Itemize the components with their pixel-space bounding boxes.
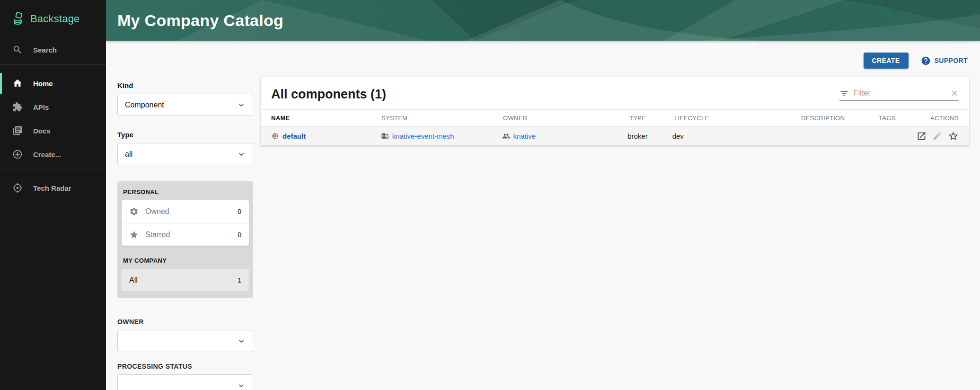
sidebar-item-create[interactable]: Create...: [0, 142, 106, 166]
processing-status-select[interactable]: [117, 374, 253, 390]
backstage-logo-text: Backstage: [30, 13, 80, 25]
owned-filter-label: Owned: [145, 207, 169, 216]
edit-pencil-icon: [932, 131, 942, 141]
all-filter-label: All: [129, 276, 138, 284]
chevron-down-icon: [237, 150, 246, 159]
help-icon: [921, 56, 931, 66]
backstage-logo-icon: [11, 12, 26, 26]
owner-cell: knative: [502, 132, 628, 140]
owned-count: 0: [238, 208, 241, 215]
filters-panel: Kind Component Type all PERSONAL Owned: [117, 81, 253, 390]
sidebar-divider: [0, 64, 106, 65]
sidebar-item-tech-radar[interactable]: Tech Radar: [0, 176, 106, 200]
table-filter-input[interactable]: [854, 89, 950, 98]
personal-section-title: PERSONAL: [122, 187, 249, 200]
type-label: Type: [117, 131, 253, 139]
puzzle-icon: [12, 102, 23, 112]
sidebar-item-home[interactable]: Home: [0, 71, 106, 95]
kind-select[interactable]: Component: [117, 94, 253, 116]
filter-list-icon: [839, 89, 849, 98]
chevron-down-icon: [237, 381, 246, 390]
sidebar-item-apis[interactable]: APIs: [0, 95, 106, 119]
personal-options: Owned 0 Starred 0: [122, 200, 249, 246]
sidebar-item-label: Home: [33, 80, 53, 88]
home-icon: [12, 78, 23, 89]
owner-select[interactable]: [117, 330, 253, 352]
components-table-card: All components (1) NAME SYSTEM OWNER TYP…: [261, 77, 969, 146]
kind-select-value: Component: [125, 101, 164, 109]
chevron-down-icon: [237, 337, 246, 346]
table-header-bar: All components (1): [261, 77, 969, 109]
type-select-value: all: [125, 150, 132, 159]
group-icon: [502, 132, 510, 140]
starred-filter-label: Starred: [145, 230, 170, 239]
backstage-logo[interactable]: Backstage: [0, 0, 106, 38]
column-header-tags[interactable]: TAGS: [879, 115, 920, 122]
company-section-title: MY COMPANY: [122, 256, 249, 269]
column-header-name[interactable]: NAME: [261, 115, 381, 122]
add-circle-icon: [12, 149, 23, 160]
column-header-actions: ACTIONS: [920, 115, 969, 122]
table-filter: [839, 89, 959, 101]
page-header: My Company Catalog: [106, 0, 980, 41]
support-button[interactable]: SUPPORT: [921, 56, 968, 66]
system-cell: knative-event-mesh: [381, 132, 502, 140]
sidebar-item-label: Create...: [33, 151, 61, 159]
docs-icon: [12, 125, 23, 136]
radar-target-icon: [12, 183, 23, 193]
column-header-description[interactable]: DESCRIPTION: [801, 115, 879, 122]
all-count: 1: [238, 276, 241, 284]
open-in-new-icon[interactable]: [917, 131, 927, 141]
table-title: All components (1): [271, 87, 386, 102]
lifecycle-cell: dev: [672, 132, 799, 140]
table-row: default knative-event-mesh knative broke…: [261, 127, 969, 146]
sidebar-item-search[interactable]: Search: [0, 38, 106, 62]
ownership-filter-card: PERSONAL Owned 0 Starred 0 MY COMP: [117, 181, 253, 298]
owner-link[interactable]: knative: [513, 132, 536, 140]
page-title: My Company Catalog: [106, 11, 283, 30]
column-header-owner[interactable]: OWNER: [503, 115, 629, 122]
type-select[interactable]: all: [117, 143, 253, 165]
column-header-system[interactable]: SYSTEM: [381, 115, 503, 122]
starred-count: 0: [238, 231, 241, 239]
column-header-lifecycle[interactable]: LIFECYCLE: [674, 115, 801, 122]
component-chip-icon: [271, 132, 279, 140]
star-icon: [129, 230, 139, 239]
name-cell: default: [261, 132, 381, 140]
building-icon: [381, 132, 389, 140]
kind-label: Kind: [117, 81, 253, 89]
sidebar: Backstage Search Home APIs Docs Create..…: [0, 0, 106, 390]
page-actions: CREATE SUPPORT: [864, 53, 968, 69]
sidebar-divider: [0, 169, 106, 169]
sidebar-item-label: Tech Radar: [33, 184, 71, 192]
sidebar-item-label: Search: [33, 46, 57, 54]
column-header-type[interactable]: TYPE: [629, 115, 674, 122]
sidebar-item-label: Docs: [33, 127, 51, 135]
starred-filter-option[interactable]: Starred 0: [122, 223, 249, 246]
all-filter-option[interactable]: All 1: [122, 269, 249, 291]
owner-filter-label: OWNER: [117, 318, 253, 326]
create-button[interactable]: CREATE: [864, 53, 909, 69]
table-column-headers: NAME SYSTEM OWNER TYPE LIFECYCLE DESCRIP…: [261, 109, 969, 127]
chevron-down-icon: [237, 100, 246, 110]
star-outline-icon[interactable]: [948, 131, 959, 142]
sidebar-item-label: APIs: [33, 103, 49, 111]
entity-link[interactable]: default: [283, 132, 306, 140]
type-cell: broker: [627, 132, 672, 140]
system-link[interactable]: knative-event-mesh: [392, 132, 454, 140]
processing-status-label: PROCESSING STATUS: [117, 363, 253, 370]
owned-filter-option[interactable]: Owned 0: [122, 200, 249, 223]
gear-icon: [129, 207, 139, 216]
sidebar-item-docs[interactable]: Docs: [0, 119, 106, 142]
clear-filter-icon[interactable]: [950, 89, 959, 98]
actions-cell: [917, 131, 969, 142]
main-content: CREATE SUPPORT Kind Component Type all P…: [106, 41, 980, 390]
support-button-label: SUPPORT: [935, 57, 968, 64]
search-icon: [12, 44, 23, 55]
